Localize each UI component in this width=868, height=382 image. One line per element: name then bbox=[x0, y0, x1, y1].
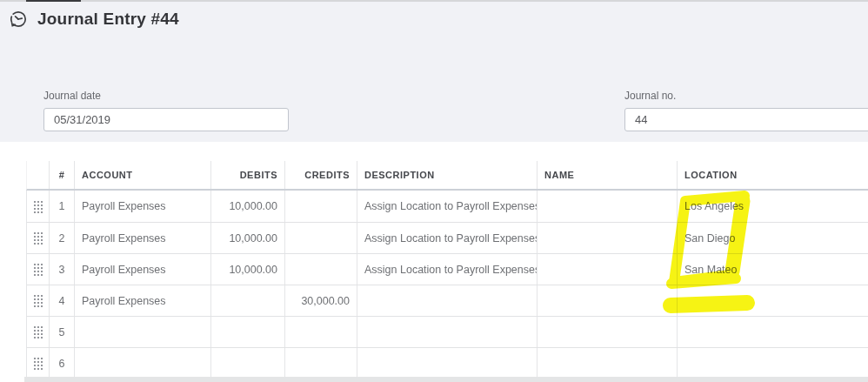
journal-lines-table: # ACCOUNT DEBITS CREDITS DESCRIPTION NAM… bbox=[26, 161, 868, 379]
description-cell[interactable] bbox=[357, 317, 537, 347]
line-number: 4 bbox=[50, 285, 75, 316]
journal-date-input[interactable] bbox=[43, 108, 289, 131]
description-cell[interactable] bbox=[357, 285, 537, 316]
drag-dots-icon bbox=[33, 263, 43, 276]
location-cell[interactable] bbox=[678, 285, 868, 316]
table-row: 1 Payroll Expenses 10,000.00 Assign Loca… bbox=[26, 191, 868, 222]
line-number: 1 bbox=[50, 191, 75, 222]
credits-cell[interactable] bbox=[285, 348, 357, 379]
table-row: 3 Payroll Expenses 10,000.00 Assign Loca… bbox=[26, 253, 868, 285]
drag-dots-icon bbox=[33, 325, 43, 338]
drag-dots-icon bbox=[33, 357, 43, 370]
credits-cell[interactable] bbox=[285, 317, 357, 347]
location-cell[interactable]: San Diego bbox=[678, 223, 868, 253]
drag-handle[interactable] bbox=[27, 348, 50, 379]
line-number: 6 bbox=[50, 348, 75, 379]
header-credits: CREDITS bbox=[285, 161, 357, 189]
journal-no-label: Journal no. bbox=[624, 90, 868, 102]
description-cell[interactable]: Assign Location to Payroll Expenses bbox=[357, 191, 537, 222]
table-row: 4 Payroll Expenses 30,000.00 bbox=[26, 285, 868, 316]
header-line-number: # bbox=[50, 161, 75, 189]
name-cell[interactable] bbox=[537, 285, 678, 316]
debits-cell[interactable] bbox=[211, 285, 285, 316]
drag-handle[interactable] bbox=[27, 317, 50, 347]
table-row: 2 Payroll Expenses 10,000.00 Assign Loca… bbox=[26, 222, 868, 253]
debits-cell[interactable] bbox=[211, 317, 285, 347]
page-title: Journal Entry #44 bbox=[37, 10, 179, 29]
header-debits: DEBITS bbox=[211, 161, 285, 189]
header-handle-cell bbox=[27, 161, 50, 189]
line-number: 2 bbox=[50, 223, 75, 253]
credits-cell[interactable] bbox=[285, 191, 357, 222]
name-cell[interactable] bbox=[537, 191, 678, 222]
recent-transactions-icon[interactable] bbox=[8, 9, 29, 30]
account-cell[interactable]: Payroll Expenses bbox=[75, 254, 211, 285]
line-number: 5 bbox=[50, 317, 75, 347]
name-cell[interactable] bbox=[537, 348, 678, 379]
drag-dots-icon bbox=[33, 294, 43, 307]
debits-cell[interactable]: 10,000.00 bbox=[211, 254, 285, 285]
drag-handle[interactable] bbox=[27, 191, 50, 222]
name-cell[interactable] bbox=[537, 317, 678, 347]
journal-entry-page: Journal Entry #44 Journal date Journal n… bbox=[0, 0, 868, 382]
header-description: DESCRIPTION bbox=[357, 161, 537, 189]
account-cell[interactable] bbox=[75, 317, 211, 347]
header-account: ACCOUNT bbox=[75, 161, 211, 189]
credits-cell[interactable] bbox=[285, 254, 357, 285]
debits-cell[interactable]: 10,000.00 bbox=[211, 191, 285, 222]
description-cell[interactable] bbox=[357, 348, 537, 379]
account-cell[interactable] bbox=[75, 348, 211, 379]
drag-handle[interactable] bbox=[27, 223, 50, 253]
page-header: Journal Entry #44 bbox=[8, 9, 179, 30]
drag-handle[interactable] bbox=[27, 285, 50, 316]
drag-dots-icon bbox=[33, 231, 43, 245]
credits-cell[interactable]: 30,000.00 bbox=[285, 285, 357, 316]
location-cell[interactable] bbox=[678, 317, 868, 347]
header-location: LOCATION bbox=[678, 161, 868, 189]
header-name: NAME bbox=[537, 161, 678, 189]
journal-no-field: Journal no. bbox=[624, 90, 868, 131]
drag-handle[interactable] bbox=[27, 254, 50, 285]
description-cell[interactable]: Assign Location to Payroll Expenses bbox=[357, 223, 537, 253]
account-cell[interactable]: Payroll Expenses bbox=[75, 191, 211, 222]
journal-date-label: Journal date bbox=[43, 90, 289, 102]
account-cell[interactable]: Payroll Expenses bbox=[75, 223, 211, 253]
location-cell[interactable]: Los Angeles bbox=[678, 191, 868, 222]
table-row: 6 bbox=[26, 347, 868, 379]
journal-no-input[interactable] bbox=[624, 108, 868, 131]
description-cell[interactable]: Assign Location to Payroll Expenses bbox=[357, 254, 537, 285]
debits-cell[interactable]: 10,000.00 bbox=[211, 223, 285, 253]
table-row: 5 bbox=[26, 316, 868, 347]
bottom-next-section-strip bbox=[24, 377, 868, 382]
debits-cell[interactable] bbox=[211, 348, 285, 379]
line-number: 3 bbox=[50, 254, 75, 285]
location-cell[interactable]: San Mateo bbox=[678, 254, 868, 285]
name-cell[interactable] bbox=[537, 223, 678, 253]
name-cell[interactable] bbox=[537, 254, 678, 285]
location-cell[interactable] bbox=[678, 348, 868, 379]
journal-date-field: Journal date bbox=[43, 90, 289, 131]
credits-cell[interactable] bbox=[285, 223, 357, 253]
table-header-row: # ACCOUNT DEBITS CREDITS DESCRIPTION NAM… bbox=[26, 161, 868, 191]
drag-dots-icon bbox=[33, 200, 43, 213]
account-cell[interactable]: Payroll Expenses bbox=[75, 285, 211, 316]
